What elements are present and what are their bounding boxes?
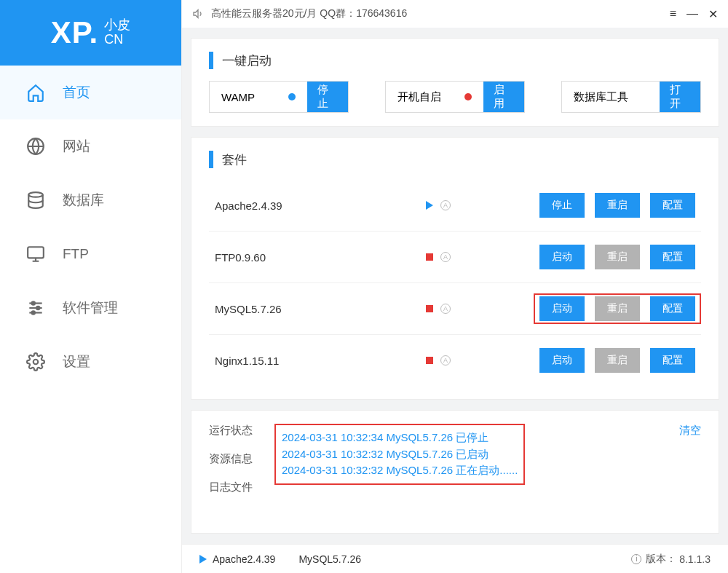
auto-icon[interactable]: A <box>440 252 451 262</box>
log-highlight: 2024-03-31 10:32:34 MySQL5.7.26 已停止2024-… <box>274 424 525 485</box>
service-start-button[interactable]: 启动 <box>539 245 585 269</box>
quick-start-title: 一键启动 <box>209 52 701 69</box>
service-name: Nginx1.15.11 <box>215 355 426 367</box>
suite-card: 套件 Apache2.4.39A停止重启配置FTP0.9.60A启动重启配置My… <box>191 137 719 400</box>
home-icon <box>26 83 45 102</box>
close-icon[interactable]: ✕ <box>708 7 718 21</box>
service-start-button[interactable]: 启动 <box>539 296 585 321</box>
auto-icon[interactable]: A <box>440 355 451 365</box>
title-bar-accent <box>209 151 213 168</box>
announce-icon <box>192 8 204 20</box>
nav-item-1[interactable]: 网站 <box>0 119 181 173</box>
svg-point-7 <box>36 307 39 309</box>
svg-point-1 <box>28 192 43 197</box>
service-config-button[interactable]: 配置 <box>650 296 695 321</box>
log-card: 运行状态 资源信息 日志文件 2024-03-31 10:32:34 MySQL… <box>191 410 719 534</box>
highlight-box: 启动重启配置 <box>534 293 701 324</box>
menu-icon[interactable]: ≡ <box>670 7 676 20</box>
service-name: Apache2.4.39 <box>215 199 426 212</box>
stopped-icon <box>426 305 433 312</box>
nav-item-5[interactable]: 设置 <box>0 335 181 389</box>
log-line: 2024-03-31 10:32:34 MySQL5.7.26 已停止 <box>282 430 518 446</box>
service-row-3: Nginx1.15.11A启动重启配置 <box>209 335 701 386</box>
log-line: 2024-03-31 10:32:32 MySQL5.7.26 已启动 <box>282 446 518 463</box>
service-config-button[interactable]: 配置 <box>650 193 695 218</box>
quick-button-0[interactable]: 停止 <box>307 82 348 112</box>
status-dot-running-icon <box>288 93 296 100</box>
quick-label: WAMP <box>221 91 255 103</box>
service-restart-button[interactable]: 重启 <box>595 348 640 373</box>
service-config-button[interactable]: 配置 <box>650 245 695 269</box>
gear-icon <box>26 352 45 371</box>
quick-block-0: WAMP停止 <box>209 81 349 113</box>
quick-label: 数据库工具 <box>574 90 628 104</box>
stopped-icon <box>426 357 433 364</box>
service-start-button[interactable]: 启动 <box>539 348 585 373</box>
log-line: 2024-03-31 10:32:32 MySQL5.7.26 正在启动....… <box>282 462 518 479</box>
running-icon <box>199 555 207 564</box>
svg-point-6 <box>32 301 35 304</box>
service-row-2: MySQL5.7.26A启动重启配置 <box>209 283 701 335</box>
info-icon: i <box>631 554 641 564</box>
logo-main: XP. <box>51 15 98 50</box>
quick-button-1[interactable]: 启用 <box>483 82 524 112</box>
service-restart-button[interactable]: 重启 <box>595 296 640 321</box>
suite-title: 套件 <box>209 151 701 168</box>
log-tab-file[interactable]: 日志文件 <box>209 481 274 494</box>
service-row-1: FTP0.9.60A启动重启配置 <box>209 232 701 283</box>
svg-rect-2 <box>28 247 44 258</box>
nav-item-2[interactable]: 数据库 <box>0 173 181 227</box>
nav-item-3[interactable]: FTP <box>0 227 181 281</box>
nav-item-0[interactable]: 首页 <box>0 66 181 119</box>
stopped-icon <box>426 253 433 261</box>
status-dot-stopped-icon <box>464 93 472 100</box>
title-bar-accent <box>209 52 213 69</box>
globe-icon <box>26 137 45 156</box>
sliders-icon <box>26 299 45 317</box>
service-restart-button[interactable]: 重启 <box>595 245 640 269</box>
log-tab-resource[interactable]: 资源信息 <box>209 452 274 466</box>
quick-button-2[interactable]: 打开 <box>660 82 700 112</box>
service-config-button[interactable]: 配置 <box>650 348 695 373</box>
service-restart-button[interactable]: 重启 <box>595 193 640 218</box>
service-row-0: Apache2.4.39A停止重启配置 <box>209 180 701 232</box>
running-icon <box>426 201 433 210</box>
quick-start-card: 一键启动 WAMP停止开机自启启用数据库工具打开 <box>191 38 719 127</box>
log-clear-button[interactable]: 清空 <box>679 424 701 520</box>
logo: XP. 小皮 CN <box>0 0 181 66</box>
monitor-icon <box>26 245 45 264</box>
quick-label: 开机自启 <box>397 90 441 104</box>
sidebar: XP. 小皮 CN 首页网站数据库FTP软件管理设置 <box>0 0 182 573</box>
logo-sub: 小皮 CN <box>104 18 130 47</box>
main-area: 高性能云服务器20元/月 QQ群：176643616 ≡ — ✕ 一键启动 WA… <box>182 0 728 573</box>
quick-block-1: 开机自启启用 <box>385 81 525 113</box>
svg-point-9 <box>33 360 39 365</box>
auto-icon[interactable]: A <box>440 200 451 210</box>
svg-point-8 <box>32 311 35 314</box>
announce-text[interactable]: 高性能云服务器20元/月 QQ群：176643616 <box>211 7 407 20</box>
minimize-icon[interactable]: — <box>687 7 698 20</box>
status-item: MySQL5.7.26 <box>293 553 361 565</box>
log-tab-status[interactable]: 运行状态 <box>209 424 274 438</box>
nav-item-4[interactable]: 软件管理 <box>0 281 181 335</box>
statusbar: Apache2.4.39MySQL5.7.26 i 版本： 8.1.1.3 <box>182 544 728 573</box>
topbar: 高性能云服务器20元/月 QQ群：176643616 ≡ — ✕ <box>182 0 728 28</box>
auto-icon[interactable]: A <box>440 304 451 314</box>
service-name: MySQL5.7.26 <box>215 303 426 315</box>
quick-block-2: 数据库工具打开 <box>561 81 701 113</box>
version-info: i 版本： 8.1.1.3 <box>631 553 711 566</box>
service-name: FTP0.9.60 <box>215 251 426 264</box>
database-icon <box>26 191 45 210</box>
service-start-button[interactable]: 停止 <box>539 193 585 218</box>
status-item: Apache2.4.39 <box>199 553 275 565</box>
